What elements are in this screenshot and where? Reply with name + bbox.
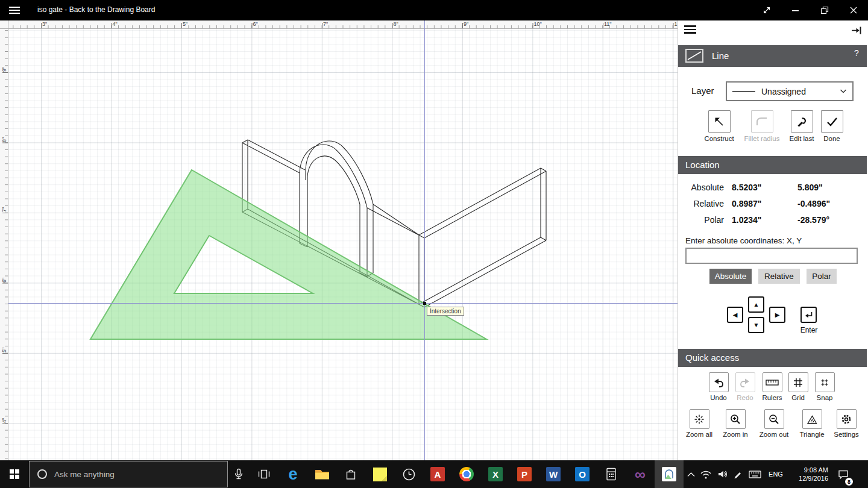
- chevron-down-icon: [840, 89, 847, 93]
- task-view-icon: [258, 469, 270, 479]
- language-indicator[interactable]: ENG: [764, 460, 787, 488]
- enter-button[interactable]: [800, 307, 817, 323]
- search-input[interactable]: [54, 470, 199, 479]
- triangle-button[interactable]: Triangle: [795, 409, 829, 438]
- ruler-label: 8": [1, 137, 7, 142]
- fillet-radius-icon: [755, 116, 769, 127]
- taskbar-app-store[interactable]: [336, 460, 365, 488]
- zoom-all-button[interactable]: Zoom all: [682, 409, 716, 438]
- quick-access-title: Quick access: [685, 352, 739, 363]
- left-ruler: 9" 8" 7" 6" 5" 4": [0, 29, 8, 460]
- taskbar-app-drawing-board[interactable]: [655, 460, 684, 488]
- taskbar-app-chrome[interactable]: [452, 460, 481, 488]
- coordinate-row: Absolute 8.5203" 5.809": [678, 180, 867, 196]
- ruler-label: 5": [1, 348, 7, 352]
- task-view-button[interactable]: [250, 460, 278, 488]
- edit-last-button[interactable]: [791, 110, 813, 133]
- start-button[interactable]: [0, 460, 29, 488]
- layer-dropdown[interactable]: Unassigned: [726, 81, 854, 101]
- snap-button[interactable]: Snap: [808, 372, 841, 401]
- window-title: iso gate - Back to the Drawing Board: [37, 5, 155, 14]
- construct-button[interactable]: [708, 110, 731, 133]
- ruler-label: 10": [534, 21, 542, 27]
- zoom-all-icon: [694, 414, 705, 425]
- fullscreen-button[interactable]: [752, 0, 781, 20]
- chrome-icon: [459, 467, 474, 481]
- store-icon: [345, 468, 357, 481]
- tray-date: 12/9/2016: [799, 474, 828, 483]
- drawing-canvas-region: 3" 4" 5" 6" 7" 8" 9" 10" 11" 1 9" 8" 7" …: [0, 20, 678, 460]
- wrench-icon: [796, 116, 808, 128]
- mode-polar-button[interactable]: Polar: [807, 269, 837, 284]
- pen-icon: [733, 469, 743, 479]
- ruler-label: 6": [1, 277, 7, 282]
- notification-badge: 8: [845, 478, 853, 486]
- taskbar-app-visual-studio[interactable]: ∞: [626, 460, 655, 488]
- microphone-button[interactable]: [228, 460, 250, 488]
- tray-pen-button[interactable]: [731, 460, 745, 488]
- windows-logo-icon: [10, 469, 19, 479]
- relative-x-value: 0.8987": [732, 196, 761, 212]
- close-button[interactable]: [839, 0, 868, 20]
- coordinates-input[interactable]: [685, 248, 858, 264]
- panel-menu-icon[interactable]: [684, 25, 696, 34]
- taskbar-app-outlook[interactable]: O: [568, 460, 597, 488]
- gate-wireframe-drawing: [8, 29, 678, 460]
- minimize-button[interactable]: [781, 0, 810, 20]
- tray-expand-button[interactable]: [685, 460, 697, 488]
- action-center-button[interactable]: 8: [833, 460, 854, 488]
- ruler-label: 11": [604, 21, 612, 27]
- taskbar-app-calculator[interactable]: [597, 460, 626, 488]
- fillet-radius-button[interactable]: [751, 110, 773, 133]
- touch-keyboard-icon: [749, 470, 761, 479]
- powerpoint-icon: P: [517, 467, 532, 481]
- zoom-out-button[interactable]: Zoom out: [757, 409, 791, 438]
- tool-panel: Line ? Layer Unassigned Construct Fillet: [678, 20, 868, 460]
- ruler-label: 7": [1, 207, 7, 212]
- taskbar: e A X P W O: [0, 460, 868, 488]
- help-button[interactable]: ?: [854, 48, 859, 58]
- taskbar-app-word[interactable]: W: [539, 460, 568, 488]
- taskbar-app-powerpoint[interactable]: P: [510, 460, 539, 488]
- calculator-icon: [606, 468, 617, 481]
- title-bar: iso gate - Back to the Drawing Board: [0, 0, 868, 20]
- polar-r-value: 1.0234": [732, 212, 761, 228]
- app-menu-icon[interactable]: [9, 7, 20, 14]
- taskbar-app-edge[interactable]: e: [278, 460, 307, 488]
- crosshair-vertical: [424, 20, 425, 460]
- chevron-up-icon: [687, 471, 696, 478]
- tray-network-button[interactable]: [698, 460, 714, 488]
- dock-panel-button[interactable]: [851, 25, 863, 38]
- rulers-icon: [766, 378, 779, 387]
- done-button[interactable]: [821, 110, 843, 133]
- visual-studio-icon: ∞: [635, 466, 646, 483]
- cortana-icon: [37, 469, 47, 479]
- taskbar-app-file-explorer[interactable]: [307, 460, 336, 488]
- settings-button[interactable]: Settings: [829, 409, 863, 438]
- drawing-board-app-icon: [662, 467, 676, 481]
- nudge-up-button[interactable]: ▲: [748, 296, 764, 313]
- tray-keyboard-button[interactable]: [746, 460, 763, 488]
- search-box[interactable]: [29, 461, 228, 487]
- mode-relative-button[interactable]: Relative: [758, 269, 800, 284]
- nudge-left-button[interactable]: ◀: [727, 307, 743, 323]
- zoom-in-button[interactable]: Zoom in: [719, 409, 752, 438]
- excel-icon: X: [488, 467, 503, 481]
- nudge-down-button[interactable]: ▼: [748, 317, 764, 333]
- taskbar-app-excel[interactable]: X: [481, 460, 510, 488]
- arrow-up-icon: ▲: [753, 301, 760, 308]
- speaker-icon: [717, 469, 728, 479]
- nudge-right-button[interactable]: ▶: [769, 307, 785, 323]
- restore-button[interactable]: [810, 0, 839, 20]
- taskbar-app-red[interactable]: A: [423, 460, 452, 488]
- taskbar-app-clock[interactable]: [394, 460, 423, 488]
- dock-panel-icon: [851, 25, 863, 36]
- ruler-label: 4": [113, 21, 118, 27]
- location-title: Location: [685, 160, 720, 170]
- tray-clock[interactable]: 9:08 AM 12/9/2016: [788, 460, 832, 488]
- taskbar-app-sticky-notes[interactable]: [365, 460, 394, 488]
- mode-absolute-button[interactable]: Absolute: [709, 269, 752, 284]
- tray-volume-button[interactable]: [715, 460, 731, 488]
- layer-label: Layer: [691, 86, 714, 96]
- top-ruler: 3" 4" 5" 6" 7" 8" 9" 10" 11" 1: [8, 20, 678, 29]
